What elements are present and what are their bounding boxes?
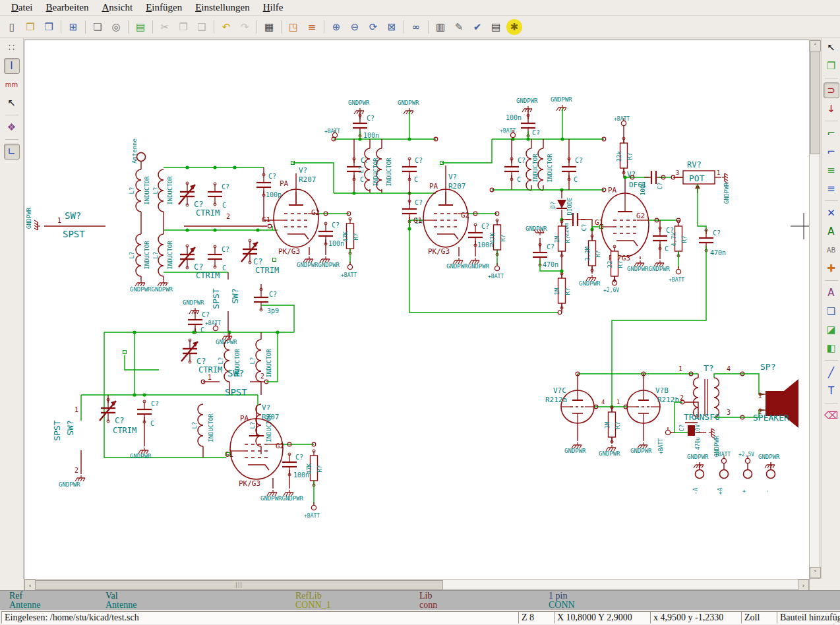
library-editor-icon[interactable]: ❏ (90, 19, 105, 35)
open-file-icon[interactable]: ❒ (22, 19, 38, 35)
sch-lbl[interactable]: C? (332, 222, 340, 229)
sch-lbl[interactable]: G1 (262, 216, 270, 224)
sch-lbl[interactable]: SPST (225, 387, 247, 398)
sch-lbl[interactable]: PA (429, 182, 438, 191)
sch-lbl[interactable]: GNDPWR (564, 448, 586, 454)
sch-lbl[interactable]: L? (249, 422, 256, 429)
hierarchy-navigator-icon[interactable]: ▤ (133, 19, 148, 35)
sch-conn[interactable] (744, 470, 752, 479)
sch-lbl[interactable]: CTRIM (196, 271, 220, 280)
place-component-icon[interactable]: ⊃ (824, 82, 839, 98)
junction-icon[interactable]: ✚ (824, 260, 839, 276)
sch-lbl[interactable]: SP? (760, 362, 775, 372)
sch-lbl[interactable]: C (222, 264, 226, 272)
menu-hilfe[interactable]: Hilfe (257, 1, 289, 15)
sch-lbl[interactable]: L? (152, 187, 159, 194)
sch-lbl[interactable]: V?B (655, 386, 669, 395)
sch-gnd[interactable] (354, 108, 364, 114)
sch-gnd[interactable] (522, 106, 532, 112)
sch-lbl[interactable]: C? (269, 291, 277, 298)
sch-lbl[interactable]: L? (218, 357, 224, 365)
sch-lbl[interactable]: CTRIM (196, 208, 220, 218)
sch-lbl[interactable]: 4 (727, 365, 731, 372)
cursor-shape-icon[interactable]: ↖ (4, 95, 20, 111)
sch-lbl[interactable]: 47K (489, 232, 496, 243)
sch-jn[interactable] (185, 228, 189, 231)
sch-lbl[interactable]: Antenne (131, 138, 138, 164)
sch-cap[interactable] (208, 183, 222, 206)
sch-lbl[interactable]: +BATT (669, 277, 684, 283)
sch-lbl[interactable]: +BATT (341, 272, 357, 278)
graphic-line-icon[interactable]: ╱ (824, 365, 839, 380)
sch-coil[interactable] (158, 234, 164, 276)
sch-batt[interactable] (311, 502, 316, 510)
place-wire-icon[interactable]: ⌐ (824, 125, 839, 141)
sch-lbl[interactable]: R? (626, 153, 633, 160)
sch-lbl[interactable]: PK/G3 (278, 247, 300, 256)
sch-lbl[interactable]: 1M (554, 235, 560, 243)
save-project-icon[interactable]: ❐ (41, 19, 57, 35)
sch-coil[interactable] (198, 404, 203, 446)
sch-gnd[interactable] (765, 462, 775, 468)
units-mm-icon[interactable]: mm (4, 76, 20, 92)
menu-einstellungen[interactable]: Einstellungen (189, 1, 256, 15)
sch-lbl[interactable]: +BATT (488, 274, 504, 280)
sch-lbl[interactable]: C? (202, 311, 210, 318)
sch-lbl[interactable]: +BATT (715, 452, 731, 458)
sch-lbl[interactable]: GNDPWR (525, 225, 547, 232)
sch-lbl[interactable]: GNDPWR (687, 454, 709, 460)
sch-lbl[interactable]: G1 (595, 218, 603, 227)
sch-gnd[interactable] (158, 280, 167, 286)
sch-lbl[interactable]: PA (608, 186, 617, 194)
sch-lbl[interactable]: SPST (52, 420, 62, 440)
sch-lbl[interactable]: INDUCTOR (547, 154, 553, 183)
sch-lbl[interactable]: C? (518, 157, 525, 164)
menu-ansicht[interactable]: Ansicht (96, 1, 138, 15)
sch-jn[interactable] (133, 393, 136, 396)
sch-lbl[interactable]: GNDPWRGNDPWR (627, 266, 671, 272)
sch-coil[interactable] (365, 148, 370, 191)
sch-lbl[interactable]: 4 (601, 399, 605, 405)
sch-lbl[interactable]: G2 (461, 211, 469, 220)
sch-lbl[interactable]: 100n (363, 132, 379, 139)
graphic-text-icon[interactable]: T (824, 383, 839, 399)
net-label-icon[interactable]: A (824, 223, 839, 239)
sch-jn[interactable] (352, 191, 355, 194)
sch-lbl[interactable]: C? (253, 257, 262, 266)
sch-lbl[interactable]: 22k (616, 150, 622, 162)
sch-lbl[interactable]: GNDPWRGNDPWR (130, 286, 173, 293)
sch-lbl[interactable]: R? (500, 235, 506, 242)
sch-lbl[interactable]: C (360, 176, 364, 183)
sch-lbl[interactable]: GNDPWR (26, 207, 32, 229)
sch-lbl[interactable]: R? (615, 422, 621, 429)
sch-trim[interactable] (179, 245, 195, 269)
zoom-out-icon[interactable]: ⊖ (347, 19, 363, 35)
global-label-icon[interactable]: AB (824, 242, 839, 258)
sch-conn[interactable] (720, 470, 729, 479)
sch-jn[interactable] (233, 165, 236, 169)
sch-lbl[interactable]: C? (415, 199, 423, 206)
resize-grip[interactable]: ⋰ (833, 618, 839, 625)
schematic-drawing[interactable]: AntenneGNDPWRGNDPWRL?INDUCTORL?INDUCTORL… (24, 40, 810, 579)
sch-wire[interactable] (125, 355, 159, 370)
sch-lbl[interactable]: 2,2M (584, 247, 591, 261)
sch-lbl[interactable]: INDUCTOR (208, 413, 214, 442)
sch-wire[interactable] (442, 139, 492, 163)
sch-lbl[interactable]: 3p9 (267, 307, 279, 314)
sch-lbl[interactable]: 100n (640, 181, 646, 196)
sch-lbl[interactable]: C (222, 202, 226, 209)
sch-lbl[interactable]: 1 (678, 365, 682, 372)
sch-lbl[interactable]: SPST (211, 288, 221, 309)
sch-cross[interactable] (791, 213, 810, 239)
sch-lbl[interactable]: +BATT (304, 513, 320, 519)
sch-lbl[interactable]: G1 (225, 450, 233, 459)
sch-lbl[interactable]: 1 (616, 399, 620, 405)
sch-lbl[interactable]: C? (222, 246, 229, 253)
sch-lbl[interactable]: 47K (342, 231, 349, 242)
sch-lbl[interactable]: C? (575, 157, 583, 164)
sch-lbl[interactable]: G2 (276, 442, 284, 450)
sch-diode[interactable] (556, 200, 567, 208)
sch-lbl[interactable]: GNDPWR (630, 448, 652, 454)
sch-lbl[interactable]: 1 (758, 392, 762, 399)
sch-lbl[interactable]: DIODE (566, 197, 573, 215)
